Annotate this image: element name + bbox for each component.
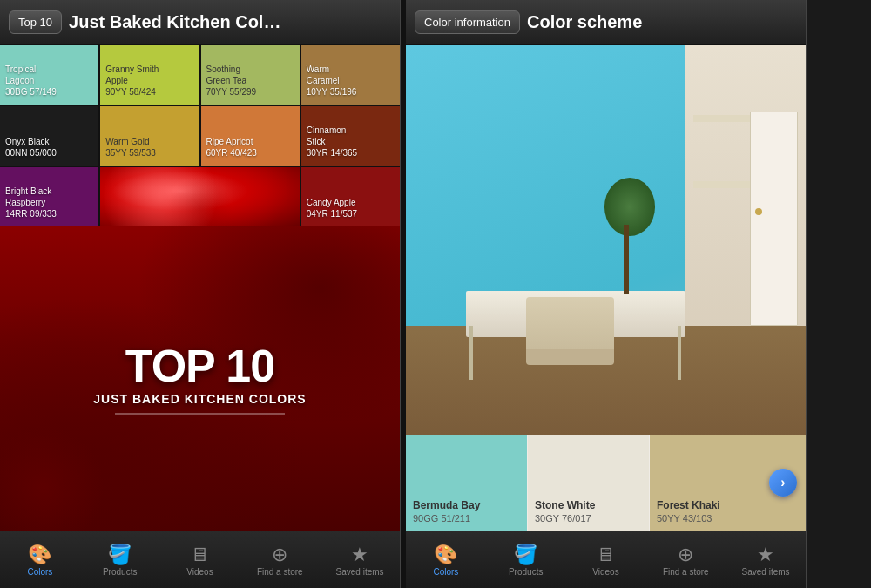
top10-decorative-line [115, 413, 285, 415]
color-grid: TropicalLagoon 30BG 57/149 Granny SmithA… [0, 45, 400, 226]
find-store-icon-2: ⊕ [678, 545, 693, 564]
color-code: 30BG 57/149 [5, 86, 93, 98]
color-name: Onyx Black [5, 136, 93, 147]
strawberry-image-cell [100, 167, 300, 226]
tab-bar-2: 🎨 Colors 🪣 Products 🖥 Videos ⊕ Find a st… [406, 531, 806, 588]
color-code: 35YY 59/533 [105, 147, 193, 159]
color-name: TropicalLagoon [5, 64, 93, 86]
phone-1: Top 10 Just Baked Kitchen Col… TropicalL… [0, 0, 401, 588]
tab-videos-1[interactable]: 🖥 Videos [160, 531, 240, 588]
room-door [750, 112, 798, 326]
room-chair [526, 297, 614, 365]
colors-icon: 🎨 [28, 545, 51, 564]
tab-saved-1[interactable]: ★ Saved items [320, 531, 400, 588]
color-cell-warm-gold[interactable]: Warm Gold 35YY 59/533 [100, 106, 199, 166]
room-chair-back [526, 297, 614, 349]
saved-icon-2: ★ [757, 545, 774, 564]
color-cell-candy-apple[interactable]: Candy Apple 04YR 11/537 [301, 167, 400, 226]
color-code: 30YR 14/365 [307, 147, 395, 159]
tab-saved-2[interactable]: ★ Saved items [726, 531, 806, 588]
products-icon-2: 🪣 [514, 545, 537, 564]
color-name: Candy Apple [307, 197, 395, 208]
saved-label-2: Saved items [742, 567, 790, 577]
room-chair-seat [526, 349, 614, 365]
phone-2: Color information Color scheme Bermuda B… [406, 0, 807, 588]
products-label: Products [103, 567, 137, 577]
colors-label: Colors [27, 567, 52, 577]
tab-colors-2[interactable]: 🎨 Colors [406, 531, 486, 588]
swatch-bermuda-bay-code: 90GG 51/211 [413, 513, 520, 524]
room-plant-leaves [604, 178, 656, 236]
color-cell-tropical-lagoon[interactable]: TropicalLagoon 30BG 57/149 [0, 45, 98, 105]
color-name: WarmCaramel [307, 64, 395, 86]
swatch-stone-white-name: Stone White [535, 499, 642, 511]
tab-colors-1[interactable]: 🎨 Colors [0, 531, 80, 588]
nav-bar-2: Color information Color scheme [406, 0, 806, 45]
find-store-icon: ⊕ [272, 545, 287, 564]
products-icon: 🪣 [108, 545, 132, 564]
color-cell-granny-smith[interactable]: Granny SmithApple 90YY 58/424 [100, 45, 199, 105]
videos-label: Videos [186, 567, 213, 577]
colors-icon-2: 🎨 [434, 545, 457, 564]
flower-decor [0, 426, 105, 531]
color-cell-soothing-green[interactable]: SoothingGreen Tea 70YY 55/299 [201, 45, 300, 105]
color-code: 14RR 09/333 [5, 208, 93, 220]
videos-label-2: Videos [592, 567, 618, 577]
color-name: Granny SmithApple [105, 64, 193, 86]
color-code: 04YR 11/537 [307, 208, 395, 220]
swatch-forest-khaki-name: Forest Khaki [657, 499, 764, 511]
room-desk-leg-left [469, 326, 473, 381]
nav-title-2: Color scheme [527, 12, 797, 32]
products-label-2: Products [509, 567, 543, 577]
top10-text: TOP 10 JUST BAKED KITCHEN COLORS [93, 343, 306, 415]
color-cell-warm-caramel[interactable]: WarmCaramel 10YY 35/196 [301, 45, 400, 105]
videos-icon: 🖥 [190, 545, 209, 564]
saved-icon: ★ [351, 545, 368, 564]
color-name: Bright BlackRaspberry [5, 186, 93, 208]
saved-label: Saved items [336, 567, 384, 577]
nav-bar-1: Top 10 Just Baked Kitchen Col… [0, 0, 400, 45]
colors-label-2: Colors [433, 567, 458, 577]
color-code: 70YY 55/299 [206, 86, 294, 98]
swatch-stone-white[interactable]: Stone White 30GY 76/017 [528, 435, 649, 531]
nav-title-1: Just Baked Kitchen Col… [69, 12, 391, 32]
swatch-stone-white-code: 30GY 76/017 [535, 513, 642, 524]
color-code: 90YY 58/424 [105, 86, 193, 98]
tab-products-1[interactable]: 🪣 Products [80, 531, 160, 588]
color-code: 10YY 35/196 [307, 86, 395, 98]
swatch-bermuda-bay-name: Bermuda Bay [413, 499, 520, 511]
nav-pill-1[interactable]: Top 10 [9, 10, 62, 34]
color-cell-onyx-black[interactable]: Onyx Black 00NN 05/000 [0, 106, 98, 166]
tab-find-store-2[interactable]: ⊕ Find a store [645, 531, 726, 588]
top10-sub-text: JUST BAKED KITCHEN COLORS [93, 392, 306, 406]
color-code: 60YR 40/423 [206, 147, 294, 159]
find-store-label: Find a store [257, 567, 303, 577]
color-name: Ripe Apricot [206, 136, 294, 147]
videos-icon-2: 🖥 [596, 545, 615, 564]
room-desk-leg-right [678, 326, 681, 381]
swatch-forest-khaki-code: 50YY 43/103 [657, 513, 764, 524]
color-name: SoothingGreen Tea [206, 64, 294, 86]
nav-pill-2[interactable]: Color information [415, 10, 520, 34]
tab-videos-2[interactable]: 🖥 Videos [566, 531, 646, 588]
room-image-area [406, 45, 806, 435]
tab-products-2[interactable]: 🪣 Products [486, 531, 566, 588]
room-door-handle [755, 208, 762, 215]
find-store-label-2: Find a store [663, 567, 709, 577]
next-arrow[interactable]: › [769, 469, 797, 497]
room-plant-stem [624, 225, 629, 294]
color-cell-bright-black-raspberry[interactable]: Bright BlackRaspberry 14RR 09/333 [0, 167, 98, 226]
tab-find-store-1[interactable]: ⊕ Find a store [240, 531, 320, 588]
color-cell-cinnamon-stick[interactable]: CinnamonStick 30YR 14/365 [301, 106, 400, 166]
top10-banner: TOP 10 JUST BAKED KITCHEN COLORS [0, 226, 400, 531]
color-name: Warm Gold [105, 136, 193, 147]
content-1: TropicalLagoon 30BG 57/149 Granny SmithA… [0, 45, 400, 531]
color-cell-ripe-apricot[interactable]: Ripe Apricot 60YR 40/423 [201, 106, 300, 166]
room-plant [598, 178, 661, 294]
tab-bar-1: 🎨 Colors 🪣 Products 🖥 Videos ⊕ Find a st… [0, 531, 400, 588]
color-code: 00NN 05/000 [5, 147, 93, 159]
top10-big-text: TOP 10 [93, 343, 306, 389]
color-name: CinnamonStick [307, 125, 395, 147]
swatch-row: Bermuda Bay 90GG 51/211 Stone White 30GY… [406, 435, 806, 531]
swatch-bermuda-bay[interactable]: Bermuda Bay 90GG 51/211 [406, 435, 527, 531]
